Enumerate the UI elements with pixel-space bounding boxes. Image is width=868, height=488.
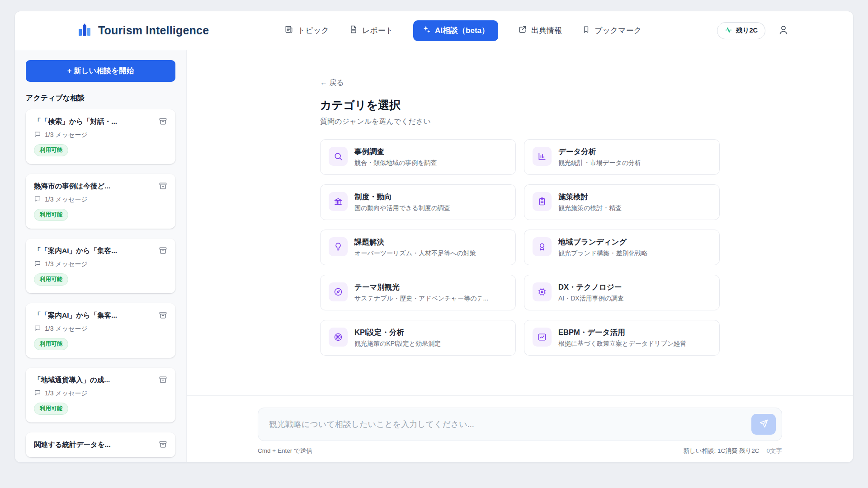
consultation-title: 熱海市の事例は今後ど... xyxy=(34,182,110,191)
archive-icon[interactable] xyxy=(159,440,167,449)
nav-label: 出典情報 xyxy=(531,25,562,36)
app-window: Tourism Intelligence トピック レポート xyxy=(14,11,854,463)
nav-item-reports[interactable]: レポート xyxy=(349,25,393,36)
topic-icon xyxy=(284,25,293,36)
back-button[interactable]: ← 戻る xyxy=(320,78,344,88)
nav-item-ai-consult[interactable]: AI相談（beta） xyxy=(413,20,498,41)
user-menu-button[interactable] xyxy=(778,24,789,37)
message-icon xyxy=(34,260,41,268)
consultation-item[interactable]: 関連する統計データを... xyxy=(26,432,175,457)
message-count: 1/3 メッセージ xyxy=(45,131,88,139)
person-icon xyxy=(778,24,789,37)
message-icon xyxy=(34,389,41,398)
credits-label: 残り2C xyxy=(736,26,758,35)
category-desc: 観光統計・市場データの分析 xyxy=(558,159,641,167)
trend-chart-icon xyxy=(533,328,552,347)
main-nav: トピック レポート AI相談（beta） xyxy=(284,20,642,41)
paper-plane-icon xyxy=(759,419,769,430)
category-card-policy-trends[interactable]: 制度・動向 国の動向や活用できる制度の調査 xyxy=(320,184,516,220)
category-title: KPI設定・分析 xyxy=(354,328,441,338)
consultation-title: 「「案内AI」から「集客... xyxy=(34,311,117,320)
char-count: 0文字 xyxy=(766,447,782,455)
category-select-view: ← 戻る カテゴリを選択 質問のジャンルを選んでください 事例調査 競合・類似地… xyxy=(187,50,853,395)
consultation-item[interactable]: 「「案内AI」から「集客... 1/3 メッセージ 利用可能 xyxy=(26,239,175,293)
archive-icon[interactable] xyxy=(159,375,167,384)
category-desc: 根拠に基づく政策立案とデータドリブン経営 xyxy=(558,340,686,348)
body: + 新しい相談を開始 アクティブな相談 「「検索」から「対話・... 1/3 メ… xyxy=(15,50,853,462)
status-badge: 利用可能 xyxy=(34,338,68,350)
consultation-item[interactable]: 熱海市の事例は今後ど... 1/3 メッセージ 利用可能 xyxy=(26,174,175,229)
nav-item-sources[interactable]: 出典情報 xyxy=(518,25,562,36)
category-desc: オーバーツーリズム・人材不足等への対策 xyxy=(354,249,476,258)
source-icon xyxy=(518,25,527,36)
category-desc: 競合・類似地域の事例を調査 xyxy=(354,159,437,167)
lightbulb-icon xyxy=(329,237,348,256)
status-badge: 利用可能 xyxy=(34,273,68,286)
nav-item-topics[interactable]: トピック xyxy=(284,25,329,36)
category-card-ebpm[interactable]: EBPM・データ活用 根拠に基づく政策立案とデータドリブン経営 xyxy=(524,320,720,356)
category-title: 制度・動向 xyxy=(354,192,450,202)
message-count: 1/3 メッセージ xyxy=(45,389,88,398)
nav-item-bookmarks[interactable]: ブックマーク xyxy=(582,25,642,36)
message-count: 1/3 メッセージ xyxy=(45,325,88,333)
message-count: 1/3 メッセージ xyxy=(45,196,88,204)
category-title: テーマ別観光 xyxy=(354,282,488,292)
consultation-title: 「「検索」から「対話・... xyxy=(34,117,117,127)
category-desc: 観光施策の検討・精査 xyxy=(558,204,622,212)
category-card-dx-technology[interactable]: DX・テクノロジー AI・DX活用事例の調査 xyxy=(524,275,720,310)
message-icon xyxy=(34,195,41,204)
category-desc: AI・DX活用事例の調査 xyxy=(558,295,624,303)
award-icon xyxy=(533,237,552,256)
page-title: カテゴリを選択 xyxy=(320,98,720,113)
category-card-problem-solving[interactable]: 課題解決 オーバーツーリズム・人材不足等への対策 xyxy=(320,230,516,265)
consultation-title: 関連する統計データを... xyxy=(34,440,111,450)
category-title: 地域ブランディング xyxy=(558,237,647,247)
send-shortcut-hint: Cmd + Enter で送信 xyxy=(258,447,312,455)
category-grid: 事例調査 競合・類似地域の事例を調査 データ分析 観光統計・市場データの分析 xyxy=(320,139,720,356)
composer-hints: Cmd + Enter で送信 新しい相談: 1C消費 残り2C 0文字 xyxy=(258,447,782,455)
credits-badge[interactable]: 残り2C xyxy=(717,22,765,39)
category-title: 施策検討 xyxy=(558,192,622,202)
category-title: データ分析 xyxy=(558,147,641,157)
sparkles-icon xyxy=(422,25,431,36)
category-card-case-study[interactable]: 事例調査 競合・類似地域の事例を調査 xyxy=(320,139,516,175)
bank-icon xyxy=(329,192,348,211)
consultation-item[interactable]: 「地域通貨導入」の成... 1/3 メッセージ 利用可能 xyxy=(26,368,175,422)
search-icon xyxy=(329,147,348,166)
archive-icon[interactable] xyxy=(159,117,167,126)
logo[interactable]: Tourism Intelligence xyxy=(77,23,209,38)
consultation-item[interactable]: 「「案内AI」から「集客... 1/3 メッセージ 利用可能 xyxy=(26,303,175,358)
header-right: 残り2C xyxy=(717,22,789,39)
archive-icon[interactable] xyxy=(159,182,167,190)
main-panel: ← 戻る カテゴリを選択 質問のジャンルを選んでください 事例調査 競合・類似地… xyxy=(187,50,853,462)
archive-icon[interactable] xyxy=(159,311,167,319)
message-input-box xyxy=(258,408,782,441)
category-title: DX・テクノロジー xyxy=(558,282,624,292)
active-consultations-title: アクティブな相談 xyxy=(26,94,175,103)
compass-icon xyxy=(329,282,348,301)
activity-icon xyxy=(725,26,732,35)
nav-label: ブックマーク xyxy=(594,25,642,36)
category-desc: 観光施策のKPI設定と効果測定 xyxy=(354,340,441,348)
consultation-title: 「地域通貨導入」の成... xyxy=(34,375,110,385)
category-card-kpi[interactable]: KPI設定・分析 観光施策のKPI設定と効果測定 xyxy=(320,320,516,356)
send-button[interactable] xyxy=(751,414,776,435)
category-card-measure-review[interactable]: 施策検討 観光施策の検討・精査 xyxy=(524,184,720,220)
category-card-theme-tourism[interactable]: テーマ別観光 サステナブル・歴史・アドベンチャー等のテ... xyxy=(320,275,516,310)
message-input[interactable] xyxy=(269,420,745,429)
category-card-data-analysis[interactable]: データ分析 観光統計・市場データの分析 xyxy=(524,139,720,175)
clipboard-icon xyxy=(533,192,552,211)
new-consultation-button[interactable]: + 新しい相談を開始 xyxy=(26,60,175,82)
status-badge: 利用可能 xyxy=(34,144,68,156)
logo-text: Tourism Intelligence xyxy=(98,24,209,37)
nav-label: トピック xyxy=(297,25,329,36)
sidebar: + 新しい相談を開始 アクティブな相談 「「検索」から「対話・... 1/3 メ… xyxy=(15,50,187,462)
category-title: EBPM・データ活用 xyxy=(558,328,686,338)
logo-icon xyxy=(77,23,93,38)
archive-icon[interactable] xyxy=(159,246,167,255)
bar-chart-icon xyxy=(533,147,552,166)
consultation-item[interactable]: 「「検索」から「対話・... 1/3 メッセージ 利用可能 xyxy=(26,109,175,164)
status-badge: 利用可能 xyxy=(34,209,68,221)
category-card-branding[interactable]: 地域ブランディング 観光ブランド構築・差別化戦略 xyxy=(524,230,720,265)
credit-usage-hint: 新しい相談: 1C消費 残り2C xyxy=(683,447,759,455)
